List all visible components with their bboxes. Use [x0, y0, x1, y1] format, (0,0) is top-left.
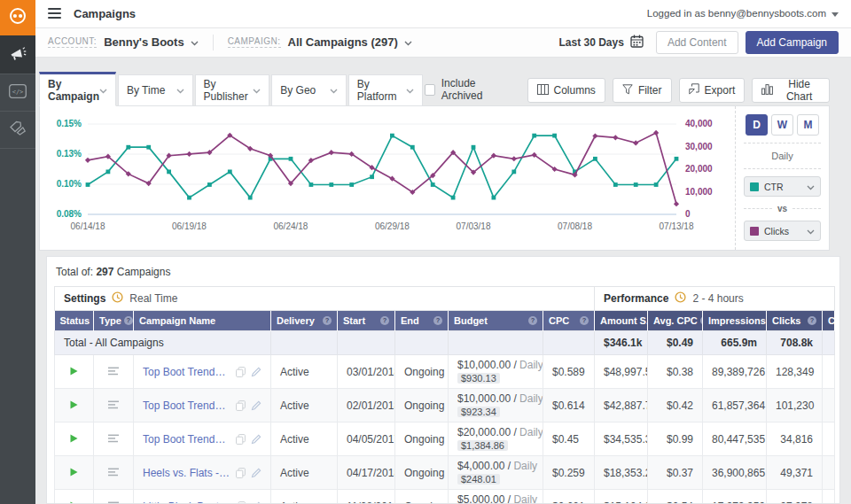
column-header[interactable]: Avg. CPC?	[648, 311, 703, 331]
copy-icon[interactable]	[236, 400, 246, 411]
pencil-icon[interactable]	[251, 501, 262, 504]
add-content-button[interactable]: Add Content	[656, 31, 738, 54]
include-archived-checkbox[interactable]: Include Archived	[425, 77, 507, 102]
campaign-name-link[interactable]: Top Boot Trends - Desktop	[143, 433, 230, 446]
avg-cpc-cell: $0.99	[648, 423, 703, 456]
user-menu[interactable]: Logged in as benny@bennysboots.com	[647, 8, 839, 19]
sidebar-item-tags[interactable]	[0, 112, 35, 149]
column-header[interactable]: Delivery?	[271, 311, 338, 331]
play-status-icon[interactable]	[70, 501, 78, 504]
brand-logo[interactable]	[0, 0, 35, 35]
pencil-icon[interactable]	[251, 367, 262, 377]
campaign-name-link[interactable]: Little Black Boots - Desktop	[143, 500, 230, 504]
granularity-month-button[interactable]: M	[797, 114, 819, 136]
play-status-icon[interactable]	[70, 468, 78, 477]
add-campaign-button[interactable]: Add Campaign	[746, 31, 839, 54]
column-header[interactable]: CPC?	[543, 311, 595, 331]
metric1-select[interactable]: CTR	[744, 176, 821, 197]
tab-by-geo[interactable]: By Geo	[271, 74, 347, 106]
account-selector[interactable]: Benny's Boots	[104, 35, 199, 49]
amount-spent-cell: $15,104.38	[595, 490, 648, 504]
pencil-icon[interactable]	[251, 434, 262, 445]
column-header[interactable]: Start?	[338, 311, 395, 331]
divider	[744, 168, 821, 169]
export-button[interactable]: Export	[679, 78, 746, 103]
copy-icon[interactable]	[236, 468, 246, 478]
tab-by-publisher[interactable]: By Publisher	[195, 74, 270, 106]
columns-button[interactable]: Columns	[527, 78, 605, 103]
table-header-row: StatusType?Campaign NameDelivery?Start?E…	[55, 311, 835, 331]
clicks-cell: 49,371	[767, 456, 823, 490]
ctr-swatch-icon	[750, 182, 759, 191]
start-cell: 03/01/2018	[338, 355, 395, 389]
table-row: Top Boot Trends - Tablet Active 02/01/20…	[55, 389, 835, 423]
help-icon[interactable]: ?	[124, 316, 133, 325]
play-status-icon[interactable]	[70, 367, 78, 376]
export-label: Export	[705, 84, 736, 97]
column-header[interactable]: Budget?	[449, 311, 543, 331]
chevron-down-icon	[191, 35, 199, 49]
campaigns-table-panel: Total of: 297 Campaigns SettingsReal Tim…	[46, 256, 840, 504]
tab-by-campaign[interactable]: By Campaign	[39, 72, 116, 106]
campaign-selector[interactable]: All Campaigns (297)	[288, 35, 412, 49]
help-icon[interactable]: ?	[323, 316, 332, 325]
svg-text:06/29/18: 06/29/18	[375, 221, 410, 231]
sidebar-item-campaigns[interactable]	[0, 35, 35, 74]
copy-icon[interactable]	[236, 434, 246, 445]
column-header[interactable]: Amount S...?	[595, 311, 648, 331]
tab-by-time[interactable]: By Time	[118, 74, 193, 106]
budget-spent-chip: $248.01	[457, 474, 500, 485]
campaign-label: CAMPAIGN:	[228, 36, 281, 48]
campaign-name-link[interactable]: Heels vs. Flats - Mobile	[143, 467, 230, 479]
pencil-icon[interactable]	[251, 468, 262, 478]
metric2-select[interactable]: Clicks	[744, 221, 821, 241]
svg-text:06/14/18: 06/14/18	[71, 221, 105, 231]
tab-by-platform[interactable]: By Platform	[348, 74, 424, 106]
clicks-cell: 101,230	[767, 389, 823, 423]
help-icon[interactable]: ?	[528, 316, 537, 325]
play-status-icon[interactable]	[70, 400, 78, 409]
svg-text:0.15%: 0.15%	[57, 119, 82, 128]
column-header[interactable]: Type?	[94, 311, 134, 331]
clicks-cell: 128,349	[767, 355, 823, 389]
help-icon[interactable]: ?	[808, 316, 816, 325]
hide-chart-button[interactable]: Hide Chart	[752, 78, 830, 103]
start-cell: 02/01/2018	[338, 389, 395, 423]
campaign-name-link[interactable]: Top Boot Trends - Mobile	[143, 366, 230, 378]
status-cell	[55, 456, 94, 490]
status-cell	[55, 355, 94, 389]
play-status-icon[interactable]	[70, 434, 78, 443]
table-section-strip: SettingsReal Time Performance2 - 4 hours	[55, 287, 835, 311]
column-header[interactable]: Campaign Name	[134, 311, 271, 331]
campaign-name-link[interactable]: Top Boot Trends - Tablet	[143, 399, 230, 412]
columns-label: Columns	[554, 84, 596, 97]
filter-button[interactable]: Filter	[613, 78, 672, 103]
help-icon[interactable]: ?	[433, 316, 442, 325]
help-icon[interactable]: ?	[380, 316, 389, 325]
total-clicks: 708.8k	[767, 331, 823, 355]
copy-icon[interactable]	[236, 367, 246, 377]
clock-icon	[112, 291, 123, 306]
granularity-label: Daily	[744, 151, 821, 161]
column-header[interactable]: Impressions?	[703, 311, 767, 331]
sidebar-item-code[interactable]: </>	[0, 74, 35, 112]
hamburger-menu-icon[interactable]	[48, 8, 61, 19]
granularity-week-button[interactable]: W	[771, 114, 793, 136]
column-header[interactable]: End?	[395, 311, 449, 331]
granularity-day-button[interactable]: D	[746, 114, 768, 136]
date-range-picker[interactable]: Last 30 Days	[559, 35, 644, 50]
performance-chart[interactable]: 0.15%0.13%0.10%0.08%40,00030,00020,00010…	[40, 106, 735, 250]
column-header[interactable]: Status	[55, 311, 94, 331]
column-header[interactable]: Clicks?	[767, 311, 823, 331]
copy-icon[interactable]	[236, 501, 246, 504]
column-header[interactable]: C	[823, 311, 835, 331]
account-label: ACCOUNT:	[48, 36, 97, 48]
tab-label: By Geo	[280, 84, 316, 97]
budget-cell: $20,000.00 / Daily$1,384.86	[449, 423, 543, 456]
help-icon[interactable]: ?	[580, 316, 589, 325]
svg-text:0: 0	[685, 209, 691, 219]
campaign-name-cell: Top Boot Trends - Tablet	[134, 389, 271, 423]
pencil-icon[interactable]	[251, 400, 262, 411]
type-icon	[107, 400, 120, 409]
account-value: Benny's Boots	[104, 35, 184, 49]
